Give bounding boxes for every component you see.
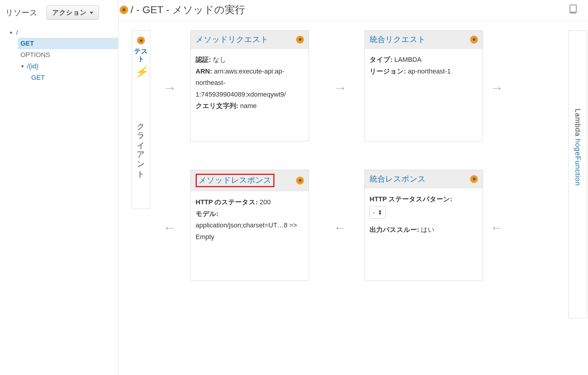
tree-item-options[interactable]: OPTIONS (18, 49, 118, 61)
card-title-integration-response[interactable]: 統合レスポンス (370, 174, 426, 184)
card-title-method-response[interactable]: メソッドレスポンス (199, 176, 272, 184)
pattern-label: HTTP ステータスパターン: (370, 195, 452, 203)
region-label: リージョン: (370, 68, 406, 75)
page-header: / - GET - メソッドの実行 (118, 2, 588, 21)
query-value: name (240, 102, 256, 110)
bullet-icon (296, 36, 304, 44)
chevron-down-icon (88, 9, 93, 16)
bullet-icon (296, 177, 304, 184)
test-link[interactable]: テス ト ⚡ (134, 47, 148, 78)
card-integration-request: 統合リクエスト タイプ: LAMBDA リージョン: ap-northeast-… (364, 30, 483, 141)
auth-label: 認証: (196, 56, 211, 63)
status-value: 200 (260, 198, 271, 206)
bolt-icon: ⚡ (134, 66, 148, 78)
actions-button[interactable]: アクション (46, 5, 99, 20)
arrow-left-icon: ← (490, 220, 504, 234)
card-title-method-request[interactable]: メソッドリクエスト (196, 34, 268, 45)
card-method-response: メソッドレスポンス HTTP のステータス: 200 モデル: applicat… (190, 170, 309, 281)
highlight-box: メソッドレスポンス (196, 174, 274, 187)
method-flow: テス ト ⚡ クライアント Lambda hogeFunction → → → … (118, 21, 588, 372)
client-label: クライアント (136, 117, 146, 175)
resource-tree: ▼ / GET OPTIONS ▼ /{id} GET (0, 25, 118, 83)
arn-label: ARN: (196, 68, 212, 75)
status-label: HTTP のステータス: (196, 198, 258, 206)
passthrough-label: 出力パススルー: (370, 226, 419, 233)
sidebar-title: リソース (5, 8, 38, 18)
main-panel: / - GET - メソッドの実行 テス ト ⚡ クライアント Lambda h… (118, 0, 588, 375)
card-integration-response: 統合レスポンス HTTP ステータスパターン: - ▲▼ 出力パススルー: はい (364, 170, 483, 281)
card-method-request: メソッドリクエスト 認証: なし ARN: arn:aws:execute-ap… (190, 30, 309, 141)
model-value: application/json;charset=UT…8 => Empty (196, 220, 304, 243)
bullet-icon (470, 36, 478, 44)
tree-item-id-path[interactable]: ▼ /{id} (18, 61, 118, 72)
client-box: テス ト ⚡ クライアント (132, 30, 150, 209)
tree-item-id-get[interactable]: GET (29, 72, 118, 83)
card-title-integration-request[interactable]: 統合リクエスト (370, 34, 426, 45)
arrow-left-icon: ← (333, 220, 347, 234)
type-label: タイプ: (370, 56, 392, 63)
passthrough-value: はい (421, 226, 435, 233)
sidebar: リソース アクション ▼ / GET OPTIONS ▼ /{id} (0, 0, 118, 375)
pattern-select[interactable]: - ▲▼ (370, 206, 386, 219)
region-value: ap-northeast-1 (408, 68, 451, 75)
arrow-right-icon: → (163, 81, 177, 94)
lambda-box[interactable]: Lambda hogeFunction (568, 30, 587, 318)
caret-down-icon: ▼ (20, 64, 25, 69)
tree-item-label: /{id} (27, 62, 38, 70)
page-title: / - GET - メソッドの実行 (130, 3, 245, 17)
tree-root-label: / (16, 29, 18, 37)
bullet-icon (137, 37, 145, 44)
tree-item-get[interactable]: GET (18, 38, 118, 49)
lambda-label: Lambda hogeFunction (574, 109, 582, 186)
arrow-left-icon: ← (163, 220, 177, 234)
actions-label: アクション (52, 8, 87, 17)
select-arrows-icon: ▲▼ (378, 209, 382, 215)
tree-item-label: GET (31, 74, 45, 82)
arrow-right-icon: → (490, 81, 504, 94)
caret-down-icon: ▼ (9, 30, 13, 35)
tree-item-label: GET (20, 40, 34, 47)
query-label: クエリ文字列: (196, 102, 238, 110)
bullet-icon (120, 6, 128, 14)
tree-item-label: OPTIONS (20, 51, 50, 59)
bullet-icon (470, 175, 478, 183)
type-value: LAMBDA (394, 56, 421, 63)
auth-value: なし (213, 56, 226, 63)
book-icon[interactable] (568, 4, 579, 17)
model-label: モデル: (196, 210, 218, 218)
pattern-value: - (373, 207, 375, 218)
arrow-right-icon: → (333, 81, 347, 94)
tree-root[interactable]: ▼ / (7, 28, 118, 38)
